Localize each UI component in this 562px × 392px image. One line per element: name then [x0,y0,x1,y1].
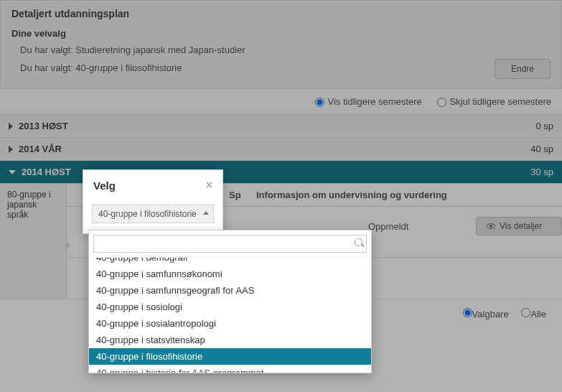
semester-sp: 40 sp [530,144,553,154]
radio-hide-label: Skjul tidligere semestere [449,96,551,107]
dialog-title: Velg [93,179,116,192]
chevron-right-icon [9,146,13,153]
radio-valgbare-label: Valgbare [472,309,509,319]
chevron-right-icon [9,123,13,130]
option-item[interactable]: 40-gruppe i sosiologi [89,299,371,315]
choice-line-2: Du har valgt: 40-gruppe i filosofihistor… [20,62,551,73]
option-item[interactable]: 40-gruppe i samfunnsøkonomi [89,266,371,282]
radio-alle[interactable]: Alle [521,309,546,319]
caret-up-icon [203,211,209,215]
radio-valgbare[interactable]: Valgbare [463,309,509,319]
semester-label: 2014 HØST [22,167,71,177]
radio-show-previous[interactable]: Vis tidligere semestere [315,96,421,107]
change-button[interactable]: Endre [495,59,551,79]
semester-sp: 30 sp [530,167,553,177]
page-title: Detaljert utdanningsplan [11,8,551,19]
search-icon [355,238,362,246]
option-item[interactable]: 40-gruppe i statsvitenskap [89,332,371,348]
status-text: Oppmeldt [368,221,447,232]
radio-alle-input[interactable] [521,308,530,317]
semester-sp: 0 sp [535,121,553,131]
combo-selected[interactable]: 40-gruppe i filosofihistorie [92,205,214,223]
option-item[interactable]: 40-gruppe i demografi [89,258,371,266]
options-list[interactable]: 40-gruppe i demografi40-gruppe i samfunn… [89,258,371,373]
view-details-label: Vis detaljer [500,221,542,231]
col-info: Informasjon om undervisning og vurdering [256,190,447,200]
eye-icon [487,223,495,229]
view-details-button[interactable]: Vis detaljer [476,217,562,235]
choice-line-1: Du har valgt: Studieretning japansk med … [20,45,551,55]
radio-hide-previous[interactable]: Skjul tidligere semestere [437,96,551,107]
close-icon[interactable]: × [206,179,212,192]
side-cell-label: 80-gruppe i japansk språk [7,190,51,220]
dropdown-panel: 40-gruppe i demografi40-gruppe i samfunn… [88,230,372,373]
combo-selected-label: 40-gruppe i filosofihistorie [98,209,197,219]
visibility-toggle: Vis tidligere semestere Skjul tidligere … [0,88,562,114]
select-dialog: Velg × 40-gruppe i filosofihistorie [83,169,223,234]
choices-title: Dine veivalg [11,28,551,39]
radio-hide-input[interactable] [437,98,446,107]
col-sp: Sp [229,190,248,200]
option-item[interactable]: 40-gruppe i filosofihistorie [89,348,371,365]
semester-row-2014-var[interactable]: 2014 VÅR 40 sp [0,137,562,160]
option-item[interactable]: 40-gruppe i sosialantropologi [89,315,371,332]
radio-show-label: Vis tidligere semestere [327,96,421,107]
semester-label: 2013 HØST [19,121,68,131]
group-side-cell: 80-gruppe i japansk språk [0,184,67,299]
option-item[interactable]: 40-gruppe i samfunnsgeografi for AAS [89,282,371,299]
search-input[interactable] [93,235,367,253]
radio-alle-label: Alle [530,309,546,319]
chevron-down-icon [9,170,16,174]
semester-label: 2014 VÅR [19,144,62,154]
option-item[interactable]: 40-gruppe i historie for AAS-programmet [89,365,371,373]
radio-valgbare-input[interactable] [463,308,472,317]
radio-show-input[interactable] [315,98,324,107]
semester-row-2013-host[interactable]: 2013 HØST 0 sp [0,114,562,137]
